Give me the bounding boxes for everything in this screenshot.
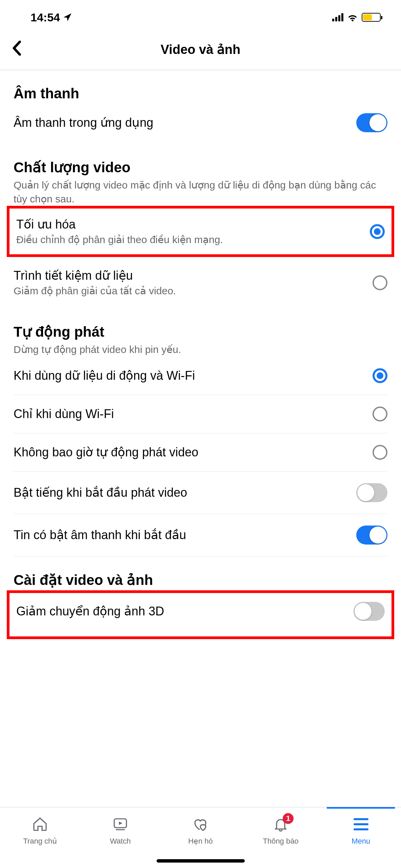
highlight-optimize: Tối ưu hóa Điều chỉnh độ phân giải theo … <box>7 206 394 257</box>
section-quality-rest: Trình tiết kiệm dữ liệu Giảm độ phân giả… <box>0 257 401 308</box>
toggle-stories-sound[interactable] <box>356 526 387 545</box>
home-icon <box>32 816 48 833</box>
row-label: Không bao giờ tự động phát video <box>14 445 362 459</box>
menu-icon <box>354 816 368 833</box>
row-data-saver[interactable]: Trình tiết kiệm dữ liệu Giảm độ phân giả… <box>14 257 387 308</box>
row-reduce-3d-motion[interactable]: Giảm chuyển động ảnh 3D <box>16 593 385 630</box>
radio-autoplay-wifi-only[interactable] <box>373 407 387 421</box>
battery-icon <box>362 13 381 22</box>
tab-label: Watch <box>110 837 131 846</box>
tab-notifications[interactable]: 1 Thông báo <box>241 807 321 868</box>
row-label: Âm thanh trong ứng dụng <box>14 116 346 130</box>
section-sound: Âm thanh Âm thanh trong ứng dụng <box>0 70 401 144</box>
radio-autoplay-never[interactable] <box>373 445 387 460</box>
tab-label: Menu <box>352 837 370 846</box>
watch-icon <box>112 816 128 833</box>
status-bar: 14:54 <box>0 0 401 31</box>
row-label: Tin có bật âm thanh khi bắt đầu <box>14 528 346 542</box>
wifi-icon <box>347 13 358 22</box>
page-title: Video và ảnh <box>0 42 401 57</box>
section-autoplay: Tự động phát Dừng tự động phát video khi… <box>0 308 401 556</box>
row-label: Chỉ khi dùng Wi-Fi <box>14 407 362 421</box>
row-desc: Giảm độ phân giải của tất cả video. <box>14 285 362 297</box>
radio-data-saver[interactable] <box>373 275 387 290</box>
section-title-quality: Chất lượng video <box>14 144 387 176</box>
status-right <box>332 13 387 22</box>
row-autoplay-mobile-wifi[interactable]: Khi dùng dữ liệu di động và Wi-Fi <box>14 357 387 395</box>
toggle-reduce-3d-motion[interactable] <box>354 602 385 621</box>
clock: 14:54 <box>31 11 60 24</box>
tab-bar: Trang chủ Watch Hẹn hò 1 Thông báo Menu <box>0 807 401 868</box>
radio-autoplay-mobile-wifi[interactable] <box>373 368 387 383</box>
bell-icon: 1 <box>273 816 289 833</box>
toggle-app-sound[interactable] <box>356 113 387 132</box>
tab-home[interactable]: Trang chủ <box>0 807 80 868</box>
row-autoplay-wifi-only[interactable]: Chỉ khi dùng Wi-Fi <box>14 395 387 433</box>
tab-label: Trang chủ <box>23 837 57 846</box>
row-optimize[interactable]: Tối ưu hóa Điều chỉnh độ phân giải theo … <box>16 209 385 254</box>
row-desc: Điều chỉnh độ phân giải theo điều kiện m… <box>16 234 360 245</box>
row-sound-on-start[interactable]: Bật tiếng khi bắt đầu phát video <box>14 472 387 514</box>
section-title-autoplay: Tự động phát <box>14 308 387 340</box>
tab-watch[interactable]: Watch <box>80 807 161 868</box>
notification-badge: 1 <box>283 813 294 824</box>
home-indicator[interactable] <box>157 859 245 863</box>
back-button[interactable] <box>12 41 21 58</box>
row-label: Khi dùng dữ liệu di động và Wi-Fi <box>14 369 362 383</box>
row-app-sound[interactable]: Âm thanh trong ứng dụng <box>14 102 387 144</box>
location-arrow-icon <box>63 13 72 22</box>
section-desc-autoplay: Dừng tự động phát video khi pin yếu. <box>14 343 387 357</box>
row-autoplay-never[interactable]: Không bao giờ tự động phát video <box>14 433 387 472</box>
section-title-sound: Âm thanh <box>14 70 387 102</box>
row-label: Tối ưu hóa <box>16 217 360 232</box>
highlight-reduce-3d: Giảm chuyển động ảnh 3D <box>7 590 394 639</box>
row-label: Bật tiếng khi bắt đầu phát video <box>14 486 346 500</box>
header: Video và ảnh <box>0 31 401 70</box>
row-stories-sound[interactable]: Tin có bật âm thanh khi bắt đầu <box>14 514 387 556</box>
cellular-signal-icon <box>332 13 343 21</box>
section-video-quality: Chất lượng video Quản lý chất lượng vide… <box>0 144 401 206</box>
tab-label: Hẹn hò <box>188 837 213 846</box>
row-label: Giảm chuyển động ảnh 3D <box>16 604 343 618</box>
tab-label: Thông báo <box>263 837 298 846</box>
radio-optimize[interactable] <box>370 224 385 239</box>
section-title-settings: Cài đặt video và ảnh <box>14 556 387 588</box>
section-video-photo-settings: Cài đặt video và ảnh <box>0 556 401 588</box>
row-label: Trình tiết kiệm dữ liệu <box>14 269 362 283</box>
toggle-sound-on-start[interactable] <box>356 483 387 502</box>
dating-icon <box>192 816 208 833</box>
status-left: 14:54 <box>31 11 72 24</box>
tab-menu[interactable]: Menu <box>321 807 401 868</box>
section-desc-quality: Quản lý chất lượng video mặc định và lượ… <box>14 178 387 206</box>
